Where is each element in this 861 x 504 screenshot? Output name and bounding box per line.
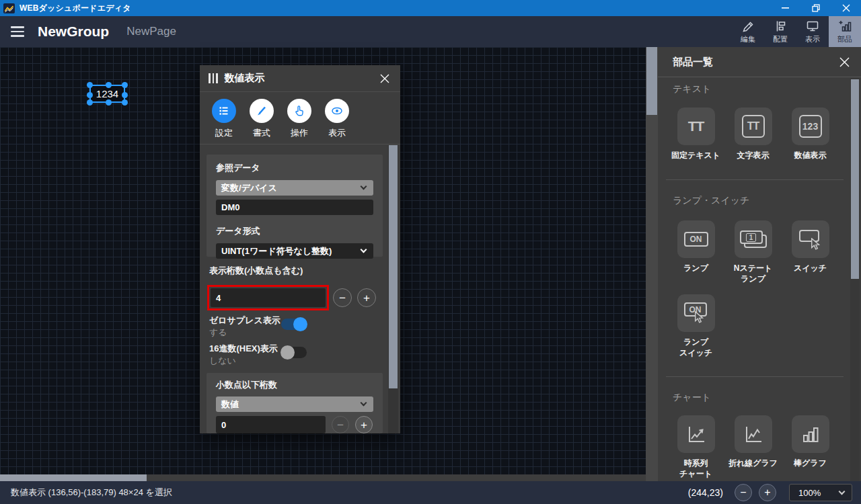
part-label: 数値表示: [794, 150, 827, 161]
drag-handle-icon[interactable]: [209, 73, 218, 83]
decimal-increment-button[interactable]: +: [355, 416, 373, 433]
parts-button-label: 部品: [837, 34, 852, 44]
digits-label: 表示桁数(小数点も含む): [209, 265, 303, 277]
tab-settings[interactable]: 設定: [205, 92, 243, 144]
dialog-title: 数値表示: [225, 72, 265, 85]
edit-button[interactable]: 編集: [732, 16, 764, 47]
tab-format-label: 書式: [253, 127, 270, 139]
part-label: 時系列 チャート: [679, 458, 712, 479]
canvas-horizontal-scrollbar[interactable]: [0, 474, 646, 481]
view-button-label: 表示: [805, 34, 820, 44]
canvas-vertical-scrollbar-thumb[interactable]: [646, 47, 657, 115]
layout-button-label: 配置: [773, 34, 788, 44]
toggle-knob: [293, 317, 307, 331]
resize-handle-e[interactable]: [122, 92, 128, 98]
text-display-icon: TT: [735, 108, 772, 145]
zoom-in-button[interactable]: +: [759, 484, 776, 501]
hex-state: しない: [209, 355, 236, 367]
chevron-down-icon: [361, 183, 367, 190]
part-numeric-display[interactable]: 123 数値表示: [782, 108, 839, 161]
resize-handle-n[interactable]: [106, 82, 112, 88]
tt-glyph: TT: [688, 118, 704, 134]
resize-handle-s[interactable]: [106, 99, 112, 106]
timeseries-chart-icon: [677, 415, 715, 453]
reference-type-dropdown[interactable]: 変数/デバイス: [216, 180, 373, 196]
zero-suppress-toggle[interactable]: [281, 319, 307, 330]
selected-numeric-widget[interactable]: 1234: [89, 85, 125, 103]
part-switch[interactable]: スイッチ: [782, 220, 839, 284]
part-nstate-lamp[interactable]: 1 Nステート ランプ: [724, 220, 782, 284]
section-divider: [666, 376, 844, 377]
device-input[interactable]: DM0: [216, 200, 373, 215]
resize-handle-ne[interactable]: [122, 82, 128, 88]
parts-list-scrollbar[interactable]: [850, 78, 860, 481]
restore-button[interactable]: [800, 0, 831, 16]
page-title: NewPage: [126, 25, 176, 38]
highlight-annotation: 4: [207, 285, 329, 310]
tab-display[interactable]: 表示: [318, 92, 356, 144]
numeric-widget-value: 1234: [96, 88, 118, 99]
part-bar-chart[interactable]: 棒グラフ: [782, 415, 839, 479]
settings-list-icon: [212, 99, 236, 123]
part-fixed-text[interactable]: TT 固定テキスト: [667, 108, 724, 161]
parts-button[interactable]: 部品: [829, 16, 861, 47]
edit-button-label: 編集: [741, 34, 755, 44]
zoom-out-button[interactable]: −: [735, 484, 752, 501]
decimal-type-dropdown[interactable]: 数値: [216, 396, 373, 412]
data-format-dropdown[interactable]: UINT(1ワード符号なし整数): [216, 243, 373, 259]
section-text-label: テキスト: [673, 83, 711, 95]
canvas-horizontal-scrollbar-thumb[interactable]: [0, 474, 147, 481]
dialog-scrollbar[interactable]: [388, 145, 398, 433]
numeric-glyph: 123: [799, 115, 822, 138]
digits-decrement-button[interactable]: −: [333, 288, 352, 307]
tab-format[interactable]: 書式: [243, 92, 280, 144]
digits-increment-button[interactable]: +: [357, 288, 376, 307]
layout-button[interactable]: 配置: [764, 16, 796, 47]
title-bar: WEBダッシュボードエディタ: [0, 0, 861, 16]
eye-icon: [325, 99, 349, 123]
decimal-input[interactable]: 0: [216, 416, 326, 433]
canvas-vertical-scrollbar[interactable]: [646, 47, 658, 481]
tab-display-label: 表示: [328, 127, 346, 139]
part-text-display[interactable]: TT 文字表示: [724, 108, 782, 161]
parts-list-close-icon[interactable]: [837, 54, 852, 69]
resize-handle-w[interactable]: [87, 92, 93, 98]
parts-list-scrollbar-thumb[interactable]: [851, 79, 859, 279]
app-window: WEBダッシュボードエディタ NewGroup NewPage: [0, 0, 861, 504]
nstate-lamp-icon: 1: [735, 220, 772, 258]
resize-handle-nw[interactable]: [87, 82, 93, 88]
hex-toggle[interactable]: [281, 347, 307, 358]
header-toolbar: 編集 配置 表示 部品: [732, 16, 861, 47]
dialog-header[interactable]: 数値表示: [200, 65, 400, 92]
numeric-display-icon: 123: [792, 108, 829, 145]
minimize-button[interactable]: [770, 0, 800, 16]
part-lamp[interactable]: ON ランプ: [667, 220, 724, 284]
chevron-down-icon: [839, 489, 846, 495]
close-window-button[interactable]: [831, 0, 861, 16]
brush-icon: [250, 99, 274, 123]
decimal-value: 0: [221, 420, 226, 430]
tab-operation[interactable]: 操作: [280, 92, 318, 144]
part-line-chart[interactable]: 折れ線グラフ: [724, 415, 782, 479]
resize-handle-se[interactable]: [122, 99, 128, 106]
dialog-close-icon[interactable]: [377, 71, 392, 86]
parts-list-header: 部品一覧: [658, 47, 861, 77]
hex-label: 16進数(HEX)表示: [209, 343, 278, 355]
switch-icon: [792, 220, 829, 258]
lamp-icon: ON: [677, 220, 715, 258]
menu-icon[interactable]: [4, 18, 31, 45]
zoom-level-dropdown[interactable]: 100%: [789, 484, 852, 501]
lamp-switch-icon: ON: [677, 294, 715, 332]
part-label: スイッチ: [794, 263, 827, 274]
reference-data-group: 参照データ 変数/デバイス DM0 データ形式 UINT(1ワード符号なし整数): [207, 155, 383, 257]
reference-data-label: 参照データ: [216, 162, 373, 174]
on-glyph: ON: [684, 232, 708, 247]
bar-chart-icon: [792, 415, 829, 453]
view-button[interactable]: 表示: [796, 16, 829, 47]
digits-input[interactable]: 4: [211, 288, 326, 307]
digits-value: 4: [216, 293, 221, 303]
part-timeseries-chart[interactable]: 時系列 チャート: [667, 415, 724, 479]
dialog-scrollbar-thumb[interactable]: [389, 145, 398, 388]
resize-handle-sw[interactable]: [87, 99, 93, 106]
part-lamp-switch[interactable]: ON ランプ スイッチ: [667, 294, 724, 358]
